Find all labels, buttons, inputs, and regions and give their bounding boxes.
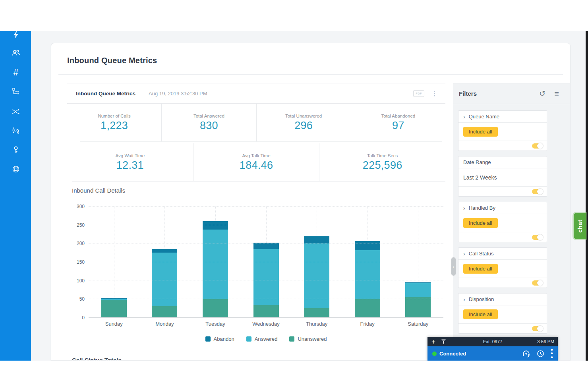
bar-segment-unanswered[interactable]: [203, 299, 228, 318]
support-ring-icon[interactable]: [11, 164, 21, 174]
y-axis-tick-label: 250: [77, 222, 85, 228]
widget-timestamp: Aug 19, 2019 3:52:30 PM: [149, 91, 207, 97]
shuffle-icon[interactable]: [11, 107, 21, 116]
stacked-bar[interactable]: [203, 207, 228, 317]
metric-cell: Avg Talk Time184.46: [193, 143, 320, 181]
filter-card-label: Handled By: [469, 205, 495, 211]
stacked-bar[interactable]: [405, 207, 431, 317]
bar-segment-answered[interactable]: [355, 250, 380, 299]
softphone-widget: + Ext. 0677 3:56 PM Connected: [427, 337, 558, 361]
hash-icon[interactable]: #: [11, 68, 21, 77]
filter-card-header[interactable]: ›Disposition: [458, 294, 547, 305]
headset-add-icon[interactable]: [522, 350, 530, 357]
bar-segment-unanswered[interactable]: [304, 308, 329, 317]
y-axis-tick-label: 0: [82, 315, 85, 321]
key-icon[interactable]: [11, 145, 21, 155]
legend-item: Abandon: [205, 336, 234, 342]
widget-title: Inbound Queue Metrics: [76, 91, 135, 97]
metric-label: Talk Time Secs: [367, 153, 398, 158]
include-all-tag[interactable]: Include all: [463, 264, 498, 274]
stacked-bar[interactable]: [304, 207, 329, 317]
chart-y-axis: 050100150200250300: [72, 207, 85, 318]
x-axis-label: Sunday: [89, 321, 139, 327]
filter-card-header[interactable]: ›Queue Name: [458, 111, 547, 123]
panel-collapse-handle[interactable]: ›: [451, 257, 456, 276]
flash-icon[interactable]: [11, 31, 21, 39]
chat-tab[interactable]: chat: [574, 213, 586, 239]
x-axis-label: Tuesday: [190, 321, 241, 327]
stacked-bar[interactable]: [152, 207, 177, 317]
bar-slot: [342, 207, 393, 317]
bar-segment-unanswered[interactable]: [355, 299, 380, 317]
legend-item: Unanswered: [289, 336, 327, 342]
bar-segment-unanswered[interactable]: [101, 300, 127, 317]
bar-segment-answered[interactable]: [304, 243, 329, 308]
chart-section-title: Inbound Call Details: [72, 187, 125, 194]
filter-cards: ›Queue NameInclude allDate RangeLast 2 W…: [453, 104, 571, 361]
filter-toggle[interactable]: [532, 189, 543, 194]
filter-toggle[interactable]: [532, 326, 543, 331]
bar-segment-abandon[interactable]: [253, 243, 279, 249]
x-axis-label: Friday: [342, 321, 393, 327]
include-all-tag[interactable]: Include all: [463, 309, 498, 319]
bar-segment-answered[interactable]: [253, 249, 279, 305]
include-all-tag[interactable]: Include all: [463, 218, 498, 228]
metrics-row-primary: Number of Calls1,223Total Answered830Tot…: [67, 104, 445, 141]
filter-card-footer: [458, 141, 547, 151]
filters-menu-icon[interactable]: ≡: [554, 90, 559, 98]
stacked-bar[interactable]: [101, 207, 127, 317]
kebab-menu-icon[interactable]: •••: [551, 348, 553, 359]
y-axis-tick-label: 50: [79, 296, 85, 302]
filter-card-footer: [458, 186, 547, 196]
clock-icon[interactable]: [537, 350, 544, 357]
bar-segment-abandon[interactable]: [355, 241, 380, 250]
metric-label: Total Answered: [193, 114, 224, 118]
legend-swatch: [246, 336, 251, 342]
bar-segment-answered[interactable]: [152, 253, 177, 306]
filter-card: ›Call StatusInclude all: [458, 247, 547, 288]
bar-segment-abandon[interactable]: [304, 236, 329, 243]
filter-card-body: Include all: [458, 214, 547, 232]
bar-segment-answered[interactable]: [405, 283, 431, 297]
inbound-call-details-chart: 050100150200250300 SundayMondayTuesdayWe…: [72, 197, 447, 345]
export-pdf-button[interactable]: PDF: [413, 90, 424, 97]
bar-segment-abandon[interactable]: [152, 249, 177, 253]
filter-card-label: Call Status: [469, 251, 494, 257]
metric-value: 830: [200, 120, 218, 132]
org-tree-icon[interactable]: [11, 87, 21, 96]
filters-panel: Filters ↻ ≡ ›Queue NameInclude allDate R…: [453, 83, 571, 361]
y-axis-tick-label: 100: [77, 278, 85, 284]
metric-value: 225,596: [363, 159, 402, 172]
metric-label: Avg Wait Time: [116, 153, 145, 158]
bar-segment-answered[interactable]: [203, 230, 228, 299]
bar-slot: [139, 207, 190, 317]
widget-menu-icon[interactable]: ⋮: [431, 91, 437, 97]
filter-toggle[interactable]: [532, 143, 543, 149]
filter-toggle[interactable]: [532, 235, 543, 240]
refresh-icon[interactable]: ↻: [539, 90, 545, 97]
stacked-bar[interactable]: [253, 207, 279, 317]
chevron-right-icon: ›: [463, 114, 465, 120]
call-icon[interactable]: [11, 126, 21, 135]
chat-tab-label: chat: [576, 220, 583, 233]
bar-segment-abandon[interactable]: [203, 221, 228, 229]
filter-card-header[interactable]: ›Handled By: [458, 202, 547, 214]
filter-toggle[interactable]: [532, 280, 543, 286]
filter-card: ›Queue NameInclude all: [458, 110, 547, 151]
toggle-knob: [537, 143, 543, 149]
include-all-tag[interactable]: Include all: [463, 127, 498, 137]
softphone-status-bar: Connected: [427, 346, 558, 361]
bar-segment-unanswered[interactable]: [152, 306, 177, 317]
filter-card-body: Include all: [458, 260, 547, 278]
softphone-title-bar: + Ext. 0677 3:56 PM: [427, 337, 558, 346]
stacked-bar[interactable]: [355, 207, 380, 317]
filter-card-label: Queue Name: [469, 114, 499, 120]
bar-segment-unanswered[interactable]: [405, 297, 431, 317]
filter-card-header[interactable]: Date Range: [458, 156, 547, 168]
bar-segment-unanswered[interactable]: [253, 305, 279, 317]
y-axis-tick-label: 150: [77, 259, 85, 265]
users-icon[interactable]: [11, 48, 21, 58]
status-dot: [432, 351, 437, 356]
filter-card-header[interactable]: ›Call Status: [458, 248, 547, 260]
sidebar: #: [0, 31, 31, 361]
